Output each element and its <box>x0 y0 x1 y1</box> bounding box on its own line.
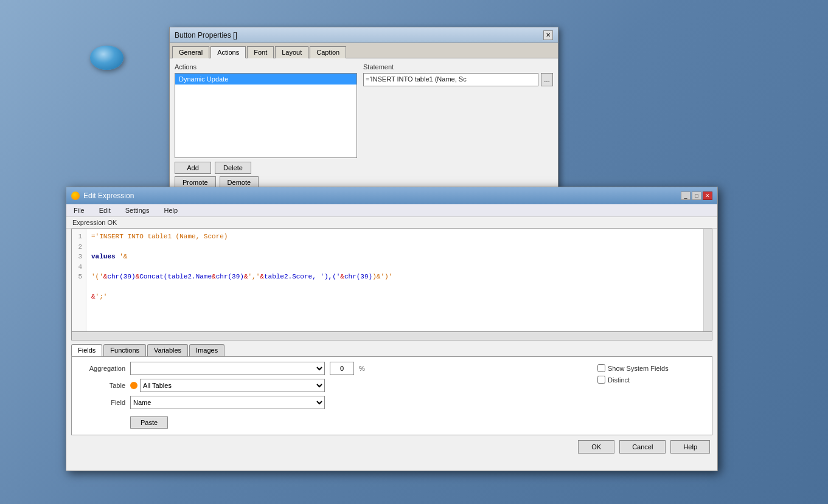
code-line-4: &';' <box>91 292 707 302</box>
paste-button[interactable]: Paste <box>130 416 168 429</box>
field-row: Field Name <box>77 396 597 409</box>
statement-expand-button[interactable]: … <box>541 73 553 86</box>
edit-expr-title-text: Edit Expression <box>83 192 134 200</box>
code-editor-wrapper[interactable]: 1 2 3 4 5 ='INSERT INTO table1 (Name, Sc… <box>71 229 712 332</box>
tab-caption[interactable]: Caption <box>310 46 346 58</box>
tab-images[interactable]: Images <box>189 344 224 356</box>
tab-font[interactable]: Font <box>247 46 274 58</box>
maximize-button[interactable]: □ <box>692 192 701 200</box>
statement-label: Statement <box>363 63 553 71</box>
field-label: Field <box>77 399 125 406</box>
code-amp-6: & <box>340 273 344 280</box>
tab-functions[interactable]: Functions <box>103 344 146 356</box>
bottom-tabs: Fields Functions Variables Images <box>66 340 717 356</box>
show-system-fields-row: Show System Fields <box>597 364 669 372</box>
left-fields: Aggregation % Table All Tabl <box>77 362 597 429</box>
cancel-button[interactable]: Cancel <box>619 440 666 454</box>
btn-properties-title: Button Properties [] <box>175 31 237 40</box>
tab-layout[interactable]: Layout <box>275 46 308 58</box>
code-fn-chr1: chr(39) <box>107 273 135 280</box>
table-select-wrapper: All Tables <box>130 379 325 392</box>
aggregation-select-wrapper <box>130 362 325 375</box>
percent-input[interactable] <box>330 362 354 375</box>
code-fn-concat: Concat(table2.Name <box>139 273 212 280</box>
field-select[interactable]: Name <box>130 396 325 409</box>
actions-buttons-row1: Add Delete <box>175 162 357 174</box>
show-system-fields-checkbox[interactable] <box>597 364 605 372</box>
blob-icon <box>90 46 124 70</box>
line-numbers: 1 2 3 4 5 <box>72 229 86 331</box>
horizontal-scrollbar[interactable] <box>71 332 712 340</box>
titlebar-controls: _ □ ✕ <box>681 192 712 200</box>
expression-ok-bar: Expression OK <box>66 217 717 229</box>
code-line-2: values '& <box>91 252 707 262</box>
properties-content: Actions Dynamic Update Add Delete Promot… <box>170 58 558 192</box>
code-amp-4: & <box>244 273 248 280</box>
code-str-3b: ',' <box>248 273 260 280</box>
bottom-panel: Aggregation % Table All Tabl <box>71 356 712 435</box>
tab-actions[interactable]: Actions <box>210 46 246 58</box>
distinct-checkbox[interactable] <box>597 376 605 384</box>
expression-ok-label: Expression OK <box>72 219 117 226</box>
aggregation-select[interactable] <box>130 362 325 375</box>
statement-content: ='INSERT INTO table1 (Name, Sc … <box>363 73 553 86</box>
code-str-3a: '(' <box>91 273 103 280</box>
distinct-row: Distinct <box>597 376 630 384</box>
code-str-3c: )&')' <box>372 273 392 280</box>
field-select-wrapper: Name <box>130 396 325 409</box>
code-amp-7: & <box>91 293 96 300</box>
actions-panel: Actions Dynamic Update Add Delete Promot… <box>175 63 357 187</box>
code-content[interactable]: ='INSERT INTO table1 (Name, Score) value… <box>86 229 712 331</box>
table-row: Table All Tables <box>77 379 597 392</box>
code-line-1: ='INSERT INTO table1 (Name, Score) <box>91 232 707 242</box>
menu-help[interactable]: Help <box>161 206 180 215</box>
tab-variables[interactable]: Variables <box>147 344 188 356</box>
code-amp-3: & <box>212 273 216 280</box>
code-fn-chr2: chr(39) <box>216 273 244 280</box>
code-str-4: ';' <box>96 293 108 300</box>
menu-edit[interactable]: Edit <box>97 206 113 215</box>
btn-properties-titlebar: Button Properties [] ✕ <box>170 27 558 43</box>
actions-label: Actions <box>175 63 357 71</box>
title-icon <box>71 192 80 200</box>
line-num-3: 3 <box>75 252 82 262</box>
edit-expression-window: Edit Expression _ □ ✕ File Edit Settings… <box>66 187 718 471</box>
code-ref-score: table2.Score, '),(' <box>264 273 340 280</box>
action-item-dynamic-update[interactable]: Dynamic Update <box>175 74 357 85</box>
code-str-2: '& <box>119 253 127 260</box>
table-indicator-icon <box>130 382 137 389</box>
aggregation-label: Aggregation <box>77 365 125 372</box>
ok-button[interactable]: OK <box>578 440 614 454</box>
code-amp-5: & <box>260 273 264 280</box>
tab-general[interactable]: General <box>172 46 209 58</box>
line-num-2: 2 <box>75 242 82 252</box>
edit-expr-title: Edit Expression <box>71 192 134 200</box>
menu-bar: File Edit Settings Help <box>66 204 717 217</box>
close-button[interactable]: ✕ <box>703 192 712 200</box>
help-button[interactable]: Help <box>670 440 710 454</box>
percent-symbol: % <box>359 365 365 372</box>
code-kw-values: values <box>91 253 116 260</box>
actions-list[interactable]: Dynamic Update <box>175 73 357 158</box>
right-checkboxes: Show System Fields Distinct <box>597 362 707 429</box>
dialog-buttons: OK Cancel Help <box>66 435 717 458</box>
add-button[interactable]: Add <box>175 162 211 174</box>
code-fn-chr3: chr(39) <box>344 273 372 280</box>
tab-fields[interactable]: Fields <box>71 344 102 356</box>
btn-properties-close[interactable]: ✕ <box>543 30 553 40</box>
table-label: Table <box>77 382 125 389</box>
edit-expr-titlebar: Edit Expression _ □ ✕ <box>66 187 717 204</box>
line-num-1: 1 <box>75 232 82 242</box>
delete-button[interactable]: Delete <box>215 162 251 174</box>
minimize-button[interactable]: _ <box>681 192 691 200</box>
statement-panel: Statement ='INSERT INTO table1 (Name, Sc… <box>363 63 553 187</box>
code-line-3: '('&chr(39)&Concat(table2.Name&chr(39)&'… <box>91 272 707 282</box>
line-num-5: 5 <box>75 272 82 282</box>
aggregation-row: Aggregation % <box>77 362 597 375</box>
vertical-scrollbar[interactable] <box>703 229 712 331</box>
table-select[interactable]: All Tables <box>140 379 325 392</box>
menu-file[interactable]: File <box>71 206 87 215</box>
code-editor[interactable]: 1 2 3 4 5 ='INSERT INTO table1 (Name, Sc… <box>72 229 712 331</box>
menu-settings[interactable]: Settings <box>123 206 152 215</box>
show-system-fields-label: Show System Fields <box>608 365 669 372</box>
